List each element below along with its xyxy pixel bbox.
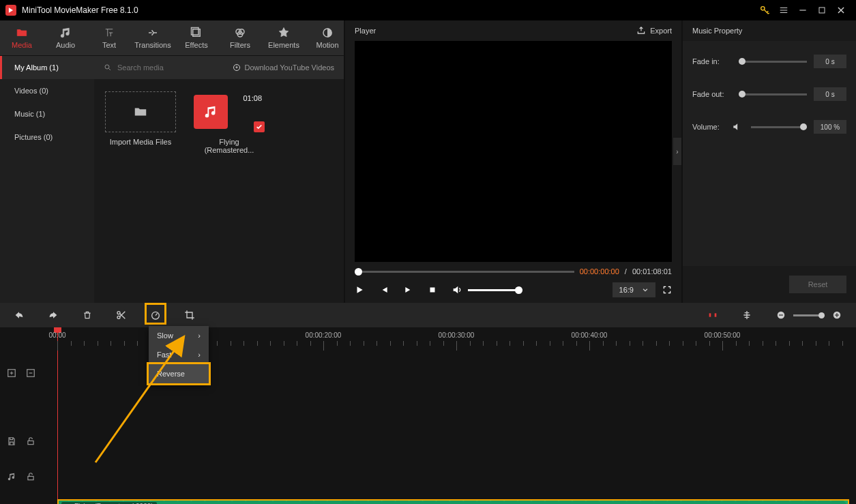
speed-menu: Slow › Fast › Reverse: [149, 326, 209, 383]
tab-motion[interactable]: Motion: [306, 20, 349, 55]
undo-button[interactable]: [12, 308, 26, 322]
audio-clip[interactable]: Flying (Remastered 2009): [57, 499, 849, 504]
stop-button[interactable]: [428, 286, 437, 294]
zoom-out-button[interactable]: [774, 308, 788, 322]
close-button[interactable]: [831, 1, 851, 20]
ruler-label: 00:00:30:00: [439, 331, 475, 339]
timeline-toolbar: [0, 303, 856, 327]
sidebar-item[interactable]: My Album (1): [0, 56, 94, 79]
volume-slider[interactable]: [468, 289, 522, 291]
overlay-track[interactable]: [0, 432, 856, 466]
titlebar: MiniTool MovieMaker Free 8.1.0: [0, 0, 856, 20]
fade-in-label: Fade in:: [692, 57, 732, 65]
player-title: Player: [355, 27, 376, 35]
fade-in-value[interactable]: 0 s: [814, 55, 846, 68]
check-icon: [254, 121, 265, 132]
prev-frame-button[interactable]: [379, 285, 389, 295]
timeline-panel: 00:0000:00:10:0000:00:20:0000:00:30:0000…: [0, 303, 856, 504]
remove-track-icon[interactable]: [26, 368, 35, 378]
reset-button[interactable]: Reset: [789, 276, 846, 293]
delete-button[interactable]: [80, 308, 94, 322]
fade-in-slider[interactable]: [739, 61, 807, 63]
svg-rect-10: [430, 288, 435, 293]
play-button[interactable]: [355, 285, 364, 295]
tab-text[interactable]: Text: [87, 20, 131, 55]
audio-track[interactable]: Flying (Remastered 2009): [0, 496, 856, 504]
properties-panel: Music Property Fade in: 0 s Fade out: 0 …: [683, 20, 856, 303]
crop-button[interactable]: [183, 308, 196, 322]
minimize-button[interactable]: [793, 1, 812, 20]
zoom-slider[interactable]: [793, 314, 825, 316]
track-align-button[interactable]: [740, 308, 754, 322]
split-button[interactable]: [115, 308, 128, 322]
add-track-icon[interactable]: [7, 368, 16, 378]
volume-label: Volume:: [692, 123, 732, 131]
media-sidebar: My Album (1)Videos (0)Music (1)Pictures …: [0, 56, 94, 303]
media-panel: MediaAudioTextTransitionsEffectsFiltersE…: [0, 20, 345, 303]
tab-elements[interactable]: Elements: [262, 20, 306, 55]
next-frame-button[interactable]: [404, 285, 413, 295]
tab-effects[interactable]: Effects: [175, 20, 218, 55]
svg-point-8: [105, 65, 109, 69]
premium-key-icon[interactable]: [755, 1, 774, 20]
fullscreen-button[interactable]: [662, 285, 672, 295]
app-logo: [5, 5, 16, 16]
playback-seekbar[interactable]: [355, 271, 574, 273]
ruler-label: 00:00: [48, 331, 65, 339]
volume-prop-icon[interactable]: [732, 122, 741, 132]
fade-out-label: Fade out:: [692, 90, 732, 98]
menu-icon[interactable]: [774, 1, 793, 20]
ruler-label: 00:00:50:00: [705, 331, 741, 339]
chevron-right-icon: ›: [198, 351, 201, 359]
player-panel: Player Export › 00:00:00:00 / 00:01:08:0…: [345, 20, 683, 303]
volume-icon[interactable]: [452, 284, 462, 295]
timecode-current: 00:00:00:00: [580, 267, 619, 276]
tab-transitions[interactable]: Transitions: [131, 20, 175, 55]
collapse-properties-icon[interactable]: ›: [673, 138, 681, 165]
fade-out-value[interactable]: 0 s: [814, 87, 846, 101]
fade-out-slider[interactable]: [739, 93, 807, 95]
waveform: [59, 501, 848, 504]
svg-rect-1: [819, 8, 825, 13]
sidebar-item[interactable]: Pictures (0): [0, 125, 94, 149]
ruler-label: 00:00:20:00: [306, 331, 342, 339]
volume-prop-value[interactable]: 100 %: [814, 120, 846, 134]
search-input[interactable]: [117, 63, 227, 72]
tab-media[interactable]: Media: [0, 20, 44, 55]
zoom-in-button[interactable]: [830, 308, 844, 322]
volume-prop-slider[interactable]: [751, 126, 807, 128]
sidebar-item[interactable]: Music (1): [0, 102, 94, 125]
video-viewport[interactable]: ›: [355, 41, 672, 262]
speed-menu-slow[interactable]: Slow ›: [149, 326, 209, 345]
svg-rect-15: [715, 313, 717, 316]
app-title: MiniTool MovieMaker Free 8.1.0: [22, 5, 755, 15]
search-icon: [104, 63, 112, 72]
redo-button[interactable]: [46, 308, 60, 322]
import-media-button[interactable]: Import Media Files: [105, 91, 176, 146]
svg-rect-14: [709, 313, 711, 316]
maximize-button[interactable]: [812, 1, 831, 20]
download-youtube-link[interactable]: Download YouTube Videos: [233, 63, 335, 72]
timecode-total: 00:01:08:01: [632, 267, 672, 276]
media-duration: 01:08: [243, 94, 262, 102]
media-item-audio[interactable]: 01:08 Flying (Remastered...: [194, 91, 265, 154]
svg-point-0: [761, 7, 765, 10]
svg-rect-17: [779, 314, 783, 315]
aspect-ratio-select[interactable]: 16:9: [613, 282, 655, 297]
tab-audio[interactable]: Audio: [44, 20, 87, 55]
tool-tabs: MediaAudioTextTransitionsEffectsFiltersE…: [0, 20, 344, 56]
music-icon: [194, 95, 228, 129]
magnet-button[interactable]: [706, 308, 720, 322]
video-track[interactable]: [0, 398, 856, 432]
export-button[interactable]: Export: [636, 26, 672, 35]
tab-filters[interactable]: Filters: [218, 20, 262, 55]
properties-title: Music Property: [692, 27, 742, 35]
speed-menu-reverse[interactable]: Reverse: [149, 364, 209, 383]
chevron-right-icon: ›: [198, 331, 201, 340]
annotation-highlight-speed: [145, 303, 166, 325]
svg-rect-20: [836, 313, 837, 317]
ruler-label: 00:00:40:00: [572, 331, 608, 339]
speed-menu-fast[interactable]: Fast ›: [149, 345, 209, 364]
sidebar-item[interactable]: Videos (0): [0, 79, 94, 102]
